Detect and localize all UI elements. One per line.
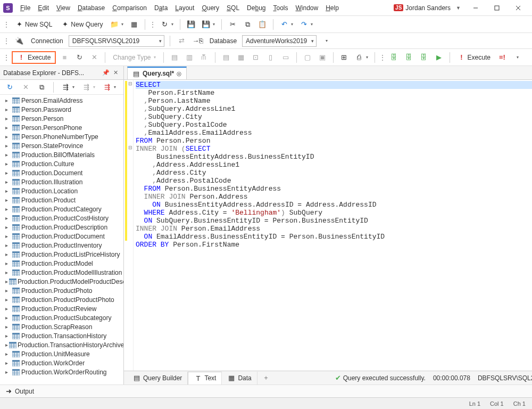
- tree-item[interactable]: ▸Production.ProductModel: [0, 259, 123, 268]
- expand-icon[interactable]: ▸: [5, 152, 11, 158]
- tab-query[interactable]: ▤ Query.sql* ⊗: [127, 67, 187, 79]
- database-combo[interactable]: AdventureWorks2019▾: [242, 35, 317, 47]
- db-tool-1[interactable]: 🗄: [388, 51, 401, 64]
- menu-window[interactable]: Window: [293, 2, 322, 14]
- tool-e[interactable]: ▦: [235, 51, 247, 64]
- tree-item[interactable]: ▸Production.ProductInventory: [0, 241, 123, 250]
- expand-icon[interactable]: ▸: [5, 179, 11, 185]
- tool-a[interactable]: ▤: [168, 51, 181, 64]
- expand-icon[interactable]: ▸: [5, 279, 8, 284]
- expand-icon[interactable]: ▸: [5, 315, 11, 321]
- cancel-icon-button[interactable]: ✕: [88, 51, 101, 64]
- redo-button[interactable]: ↷▾: [297, 18, 315, 31]
- pin-button[interactable]: 📌: [101, 68, 111, 78]
- tree-item[interactable]: ▸Production.UnitMeasure: [0, 349, 123, 358]
- expand-icon[interactable]: ▸: [5, 215, 11, 221]
- tree-item[interactable]: ▸Person.PhoneNumberType: [0, 132, 123, 141]
- exp-filter2[interactable]: ⇶▾: [80, 81, 97, 94]
- execute-button-2[interactable]: !Execute: [454, 51, 494, 64]
- exp-filter1[interactable]: ⇶▾: [59, 81, 77, 94]
- tree-item[interactable]: ▸Production.ProductProductPhoto: [0, 295, 123, 304]
- change-type-button[interactable]: Change Type▾: [110, 51, 159, 64]
- tree-item[interactable]: ▸Production.Location: [0, 186, 123, 195]
- open-button[interactable]: 📁▾: [108, 18, 126, 31]
- tree-item[interactable]: ▸Production.ProductDocument: [0, 232, 123, 241]
- tool-f[interactable]: ⊡: [250, 51, 262, 64]
- expand-icon[interactable]: ▸: [5, 260, 11, 266]
- tool-l[interactable]: ⎙▾: [353, 51, 370, 64]
- execute-options[interactable]: ≡!: [496, 51, 509, 64]
- menu-query[interactable]: Query: [198, 2, 222, 14]
- fold-toggle[interactable]: ⊟: [128, 81, 132, 86]
- expand-icon[interactable]: ▸: [5, 107, 11, 112]
- user-caret-icon[interactable]: ▼: [456, 5, 461, 11]
- tree-item[interactable]: ▸Production.Illustration: [0, 177, 123, 186]
- expand-icon[interactable]: ▸: [5, 188, 11, 194]
- menu-data[interactable]: Data: [151, 2, 171, 14]
- expand-icon[interactable]: ▸: [5, 324, 11, 330]
- fold-toggle[interactable]: ⊟: [128, 145, 132, 150]
- code-editor[interactable]: SELECT Person.FirstName ,Person.LastName…: [134, 80, 532, 371]
- expand-icon[interactable]: ▸: [5, 97, 11, 103]
- db-caret[interactable]: ▾: [320, 35, 332, 47]
- tree-item[interactable]: ▸Production.ScrapReason: [0, 322, 123, 331]
- toolbar-caret[interactable]: ▾: [511, 51, 523, 64]
- close-button[interactable]: [508, 1, 529, 15]
- expand-icon[interactable]: ▸: [5, 360, 11, 366]
- run-button[interactable]: ↻▾: [158, 18, 176, 31]
- expand-icon[interactable]: ▸: [5, 224, 11, 230]
- output-panel-header[interactable]: ➜ Output: [0, 385, 532, 397]
- tree-item[interactable]: ▸Production.WorkOrderRouting: [0, 367, 123, 377]
- tab-close-button[interactable]: ⊗: [176, 70, 182, 78]
- expand-icon[interactable]: ▸: [5, 170, 11, 176]
- expand-icon[interactable]: ▸: [5, 197, 11, 203]
- tool-d[interactable]: ▤: [220, 51, 232, 64]
- user-badge[interactable]: JS: [394, 4, 403, 11]
- expand-icon[interactable]: ▸: [5, 297, 11, 302]
- tree-item[interactable]: ▸Production.ProductPhoto: [0, 286, 123, 295]
- copy-button[interactable]: ⧉: [241, 18, 254, 31]
- tree-item[interactable]: ▸Production.ProductDescription: [0, 223, 123, 232]
- tree-item[interactable]: ▸Production.ProductModelIllustration: [0, 268, 123, 277]
- tool-b[interactable]: ▥: [183, 51, 196, 64]
- exp-filter3[interactable]: ⇶▾: [101, 81, 118, 94]
- tree-item[interactable]: ▸Production.ProductCategory: [0, 204, 123, 214]
- tool-j[interactable]: ▣: [316, 51, 329, 64]
- tab-data[interactable]: ▦Data: [222, 372, 257, 385]
- tree-item[interactable]: ▸Production.WorkOrder: [0, 358, 123, 367]
- conn-action2[interactable]: →⎘: [192, 35, 204, 47]
- tab-text[interactable]: TText: [188, 372, 222, 385]
- tool-c[interactable]: ⫚: [198, 51, 211, 64]
- connection-icon-button[interactable]: 🔌: [13, 35, 26, 47]
- stop-button[interactable]: ■: [58, 51, 71, 64]
- tree-item[interactable]: ▸Person.PersonPhone: [0, 123, 123, 132]
- tool-g[interactable]: ▯: [264, 51, 277, 64]
- expand-icon[interactable]: ▸: [5, 242, 11, 248]
- new-query-button[interactable]: ✦New Query: [57, 18, 106, 31]
- menu-tools[interactable]: Tools: [270, 2, 291, 14]
- expand-icon[interactable]: ▸: [5, 369, 11, 375]
- explorer-close-button[interactable]: ✕: [111, 68, 120, 78]
- user-name[interactable]: Jordan Sanders: [405, 4, 451, 12]
- expand-icon[interactable]: ▸: [5, 134, 11, 140]
- tree-item[interactable]: ▸Production.TransactionHistoryArchive: [0, 340, 123, 349]
- expand-icon[interactable]: ▸: [5, 116, 11, 121]
- menu-sql[interactable]: SQL: [223, 2, 243, 14]
- tree-item[interactable]: ▸Production.ProductReview: [0, 304, 123, 313]
- tree-item[interactable]: ▸Production.BillOfMaterials: [0, 150, 123, 159]
- minimize-button[interactable]: [465, 1, 486, 15]
- conn-action1[interactable]: ⇄: [176, 35, 188, 47]
- tree-item[interactable]: ▸Production.ProductCostHistory: [0, 214, 123, 223]
- menu-file[interactable]: File: [17, 2, 34, 14]
- expand-icon[interactable]: ▸: [5, 251, 11, 257]
- tool-k[interactable]: ⊞: [338, 51, 351, 64]
- expand-icon[interactable]: ▸: [5, 333, 11, 339]
- exp-delete[interactable]: ✕: [19, 81, 32, 94]
- add-tab-button[interactable]: ＋: [257, 373, 275, 382]
- tree-item[interactable]: ▸Person.Password: [0, 105, 123, 114]
- menu-comparison[interactable]: Comparison: [109, 2, 150, 14]
- exp-copy[interactable]: ⧉: [35, 81, 48, 94]
- menu-database[interactable]: Database: [74, 2, 108, 14]
- expand-icon[interactable]: ▸: [5, 288, 11, 293]
- expand-icon[interactable]: ▸: [5, 125, 11, 130]
